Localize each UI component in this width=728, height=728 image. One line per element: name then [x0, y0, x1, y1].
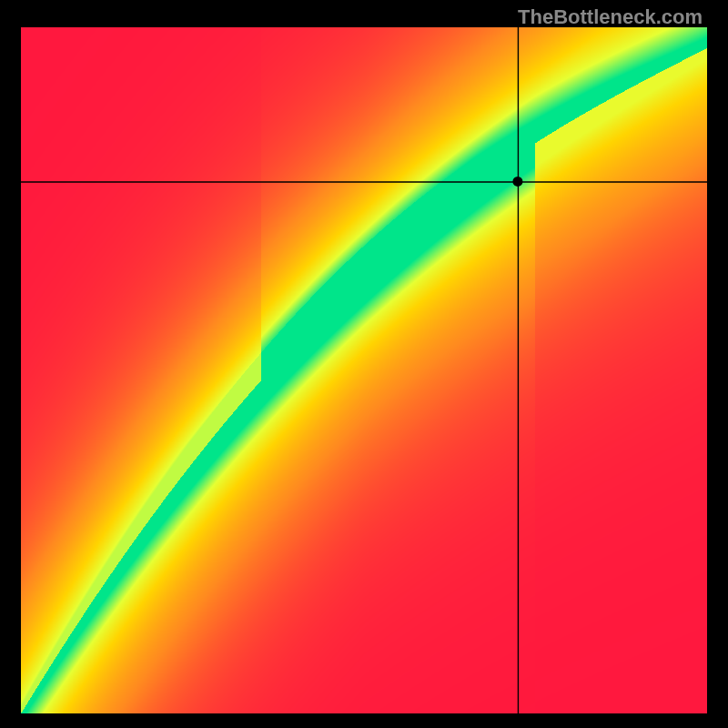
- watermark-text: TheBottleneck.com: [518, 5, 703, 29]
- heatmap-plot: [21, 27, 707, 713]
- heatmap-canvas: [21, 27, 707, 713]
- chart-container: TheBottleneck.com: [0, 0, 728, 728]
